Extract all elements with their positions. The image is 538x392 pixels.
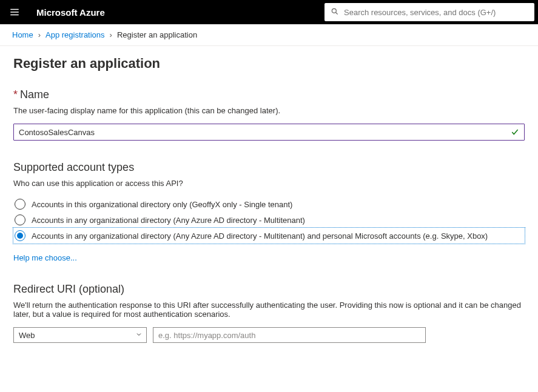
account-type-option-multitenant-personal[interactable]: Accounts in any organizational directory…	[13, 228, 525, 244]
select-value: Web	[19, 331, 35, 340]
radio-icon	[15, 214, 25, 225]
radio-label: Accounts in any organizational directory…	[32, 231, 488, 241]
radio-label: Accounts in any organizational directory…	[32, 216, 305, 225]
global-search[interactable]	[324, 3, 534, 21]
radio-icon	[15, 199, 25, 210]
name-input-wrap[interactable]	[13, 124, 525, 141]
svg-point-3	[332, 8, 336, 13]
checkmark-icon	[511, 128, 519, 136]
name-section: *Name The user-facing display name for t…	[13, 88, 525, 141]
account-types-desc: Who can use this application or access t…	[13, 179, 525, 188]
required-indicator: *	[13, 88, 18, 101]
breadcrumb-app-registrations[interactable]: App registrations	[45, 30, 105, 39]
name-input[interactable]	[19, 128, 507, 137]
breadcrumb-current: Register an application	[117, 30, 197, 39]
page-content: Register an application *Name The user-f…	[0, 46, 538, 378]
chevron-down-icon	[135, 331, 143, 340]
redirect-type-select[interactable]: Web	[13, 327, 147, 343]
search-input[interactable]	[344, 8, 528, 17]
search-icon	[331, 7, 339, 18]
chevron-right-icon: ›	[38, 30, 41, 39]
chevron-right-icon: ›	[110, 30, 112, 39]
name-header: *Name	[13, 88, 525, 101]
radio-icon	[15, 230, 25, 241]
account-types-header: Supported account types	[13, 161, 525, 174]
svg-line-4	[336, 12, 338, 14]
redirect-uri-row: Web	[13, 327, 525, 343]
redirect-uri-input[interactable]	[153, 327, 426, 343]
help-me-choose-link[interactable]: Help me choose...	[13, 253, 77, 262]
top-bar: Microsoft Azure	[0, 0, 538, 24]
breadcrumb-home[interactable]: Home	[12, 30, 33, 39]
account-types-section: Supported account types Who can use this…	[13, 161, 525, 262]
brand-label: Microsoft Azure	[36, 7, 105, 18]
breadcrumb: Home › App registrations › Register an a…	[0, 24, 538, 46]
radio-label: Accounts in this organizational director…	[32, 200, 292, 209]
page-title: Register an application	[13, 56, 525, 71]
account-type-option-single-tenant[interactable]: Accounts in this organizational director…	[13, 196, 525, 212]
menu-icon[interactable]	[0, 0, 29, 24]
redirect-header: Redirect URI (optional)	[13, 283, 525, 296]
redirect-desc: We'll return the authentication response…	[13, 301, 525, 319]
account-type-option-multitenant[interactable]: Accounts in any organizational directory…	[13, 212, 525, 228]
redirect-uri-section: Redirect URI (optional) We'll return the…	[13, 283, 525, 343]
name-desc: The user-facing display name for this ap…	[13, 106, 525, 115]
